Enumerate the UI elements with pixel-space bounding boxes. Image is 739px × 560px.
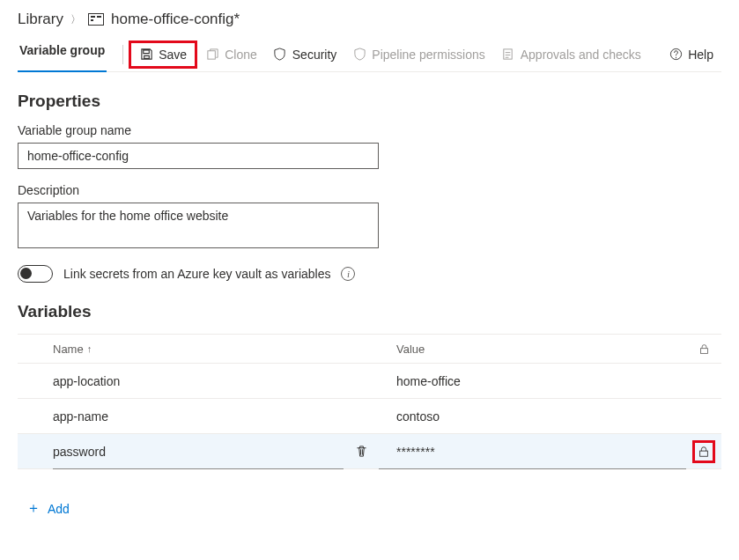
pipeline-permissions-label: Pipeline permissions	[372, 48, 484, 62]
variable-group-icon	[88, 13, 104, 26]
name-label: Variable group name	[18, 123, 721, 137]
clone-icon	[205, 48, 219, 62]
svg-rect-3	[97, 16, 101, 18]
table-row[interactable]: app-location home-office	[18, 364, 721, 399]
info-icon[interactable]: i	[341, 267, 355, 281]
save-label: Save	[159, 48, 187, 62]
var-name[interactable]: password	[18, 445, 344, 459]
toolbar: Variable group Save Clone Security Pipel	[18, 37, 721, 72]
variables-table: Name ↑ Value app-location home-office ap…	[18, 334, 721, 469]
link-secrets-toggle[interactable]	[18, 265, 53, 283]
save-button[interactable]: Save	[129, 41, 197, 69]
approvals-icon	[501, 48, 515, 62]
clone-label: Clone	[225, 48, 257, 62]
lock-toggle[interactable]	[692, 440, 715, 463]
properties-heading: Properties	[18, 92, 721, 111]
description-label: Description	[18, 183, 721, 197]
breadcrumb-root[interactable]: Library	[18, 11, 63, 28]
breadcrumb: Library 〉 home-office-config*	[18, 7, 721, 37]
delete-row-button[interactable]	[344, 445, 379, 458]
column-name[interactable]: Name ↑	[18, 343, 344, 356]
security-button[interactable]: Security	[265, 41, 345, 69]
table-row[interactable]: password ********	[18, 434, 721, 469]
svg-rect-8	[700, 451, 708, 456]
help-label: Help	[688, 48, 713, 62]
column-lock	[686, 343, 721, 355]
svg-rect-4	[208, 51, 215, 59]
pipeline-permissions-button[interactable]: Pipeline permissions	[344, 41, 492, 69]
link-secrets-label: Link secrets from an Azure key vault as …	[63, 267, 330, 281]
chevron-right-icon: 〉	[70, 12, 81, 27]
var-value[interactable]: contoso	[379, 409, 686, 424]
description-input[interactable]	[18, 203, 379, 248]
help-icon	[669, 48, 683, 62]
approvals-label: Approvals and checks	[521, 48, 641, 62]
tab-variable-group[interactable]: Variable group	[18, 37, 107, 72]
variable-group-name-input[interactable]	[18, 143, 379, 169]
var-name[interactable]: app-name	[18, 409, 344, 424]
security-label: Security	[292, 48, 337, 62]
shield-icon	[273, 48, 287, 62]
sort-asc-icon: ↑	[87, 343, 92, 354]
separator	[122, 45, 123, 64]
clone-button[interactable]: Clone	[197, 41, 265, 69]
help-button[interactable]: Help	[661, 41, 721, 69]
add-label: Add	[48, 502, 70, 516]
plus-icon: ＋	[26, 499, 41, 518]
approvals-button[interactable]: Approvals and checks	[493, 41, 649, 69]
pipeline-shield-icon	[352, 48, 366, 62]
svg-rect-1	[91, 16, 95, 18]
svg-rect-2	[91, 19, 93, 21]
save-icon	[139, 48, 153, 62]
add-variable-button[interactable]: ＋ Add	[18, 494, 78, 523]
table-row[interactable]: app-name contoso	[18, 399, 721, 434]
column-value[interactable]: Value	[379, 343, 686, 356]
table-header: Name ↑ Value	[18, 334, 721, 364]
var-value[interactable]: ********	[379, 445, 686, 459]
var-value[interactable]: home-office	[379, 374, 686, 388]
variables-heading: Variables	[18, 302, 721, 321]
var-name[interactable]: app-location	[18, 374, 344, 388]
lock-icon	[698, 446, 710, 458]
breadcrumb-current: home-office-config*	[111, 11, 240, 28]
svg-rect-7	[700, 348, 707, 353]
trash-icon	[355, 445, 368, 458]
